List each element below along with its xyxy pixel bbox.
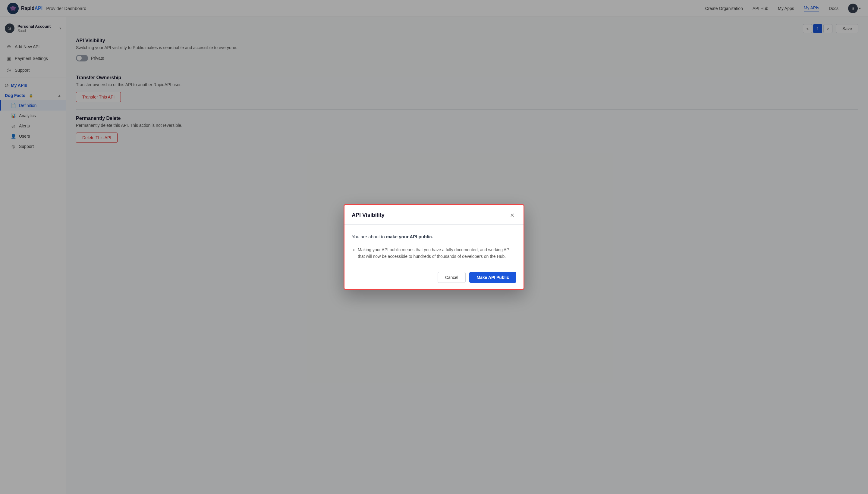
- modal-header: API Visibility ✕: [345, 205, 523, 225]
- modal-intro-text: You are about to: [352, 234, 386, 239]
- api-visibility-modal: API Visibility ✕ You are about to make y…: [344, 204, 524, 290]
- modal-list: Making your API public means that you ha…: [358, 246, 516, 260]
- modal-close-button[interactable]: ✕: [508, 211, 516, 220]
- modal-message: You are about to make your API public.: [352, 233, 516, 240]
- modal-title: API Visibility: [352, 212, 385, 218]
- modal-bold-text: make your API public.: [386, 234, 433, 239]
- modal-body: You are about to make your API public. M…: [345, 225, 523, 267]
- modal-bullet-item: Making your API public means that you ha…: [358, 246, 516, 260]
- modal-overlay[interactable]: API Visibility ✕ You are about to make y…: [0, 0, 868, 494]
- modal-footer: Cancel Make API Public: [345, 267, 523, 289]
- make-public-button[interactable]: Make API Public: [469, 272, 516, 283]
- cancel-button[interactable]: Cancel: [438, 272, 466, 283]
